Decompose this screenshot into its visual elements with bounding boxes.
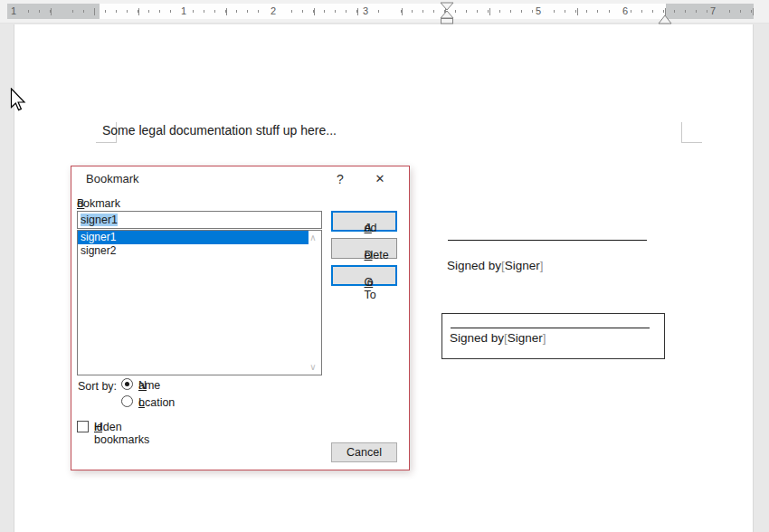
ruler-number: 6 — [620, 5, 631, 18]
mouse-cursor — [10, 88, 28, 117]
sort-by-label: Sort by: — [78, 380, 117, 393]
label-rest: o To — [365, 276, 376, 301]
label-rest: ame — [138, 379, 160, 392]
list-item-signer1[interactable]: signer1 — [78, 231, 309, 244]
ruler-number: 5 — [533, 5, 544, 18]
ruler-number: 2 — [268, 5, 279, 18]
signature-box: Signed by[Signer] — [441, 313, 665, 359]
scroll-up-icon[interactable]: ∧ — [308, 233, 318, 243]
close-icon[interactable]: ✕ — [366, 170, 394, 188]
signature-line — [448, 240, 647, 241]
ruler-strip: 1 1 2 3 5 6 7 — [7, 4, 754, 19]
ruler-number: 1 — [178, 5, 189, 18]
selected-input-text: signer1 — [81, 214, 118, 226]
add-button[interactable]: Add — [331, 211, 397, 232]
signature-text: Signed by[Signer] — [447, 259, 544, 272]
bookmark-close-bracket: ] — [543, 331, 546, 345]
margin-corner-mark — [96, 142, 117, 143]
document-body-text: Some legal documentation stuff up here..… — [102, 123, 337, 138]
margin-corner-mark — [681, 122, 682, 143]
ruler-number: 7 — [707, 5, 718, 18]
signed-by-text: Signed by — [450, 331, 504, 345]
word-document-window: 1 1 2 3 5 6 7 Some legal documentation — [0, 0, 769, 532]
signer-bookmark-text: Signer — [508, 331, 543, 345]
ruler-number: 1 — [8, 5, 19, 18]
signer-bookmark-text: Signer — [505, 259, 540, 272]
margin-corner-mark — [681, 142, 702, 143]
bookmark-dialog: Bookmark ? ✕ Bookmark name: signer1 sign… — [71, 166, 410, 470]
label-rest: ocation — [138, 396, 175, 409]
label-rest: dd — [365, 222, 377, 234]
ruler-number: 3 — [360, 5, 371, 18]
bookmark-list: signer1 signer2 ∧ ∨ — [77, 230, 322, 375]
help-icon[interactable]: ? — [328, 170, 352, 188]
sort-name-radio[interactable] — [121, 378, 133, 390]
hidden-bookmarks-checkbox[interactable] — [77, 421, 89, 432]
label-rest: idden bookmarks — [94, 421, 149, 446]
cancel-button[interactable]: Cancel — [331, 442, 397, 462]
signature-text: Signed by[Signer] — [450, 331, 546, 345]
label-rest: elete — [365, 249, 389, 261]
signed-by-text: Signed by — [447, 259, 501, 272]
go-to-button[interactable]: Go To — [331, 265, 397, 286]
horizontal-ruler: 1 1 2 3 5 6 7 — [0, 0, 769, 24]
signature-line — [451, 328, 650, 328]
scroll-down-icon[interactable]: ∨ — [308, 362, 318, 373]
bookmark-close-bracket: ] — [540, 259, 544, 272]
delete-button[interactable]: Delete — [331, 238, 397, 259]
ruler-half-inch-ticks — [7, 8, 754, 15]
dialog-title: Bookmark — [86, 172, 139, 185]
cancel-label: Cancel — [347, 446, 382, 459]
sort-location-radio[interactable] — [121, 395, 133, 407]
bookmark-name-input[interactable]: signer1 — [77, 211, 322, 229]
list-item-signer2[interactable]: signer2 — [78, 244, 309, 258]
